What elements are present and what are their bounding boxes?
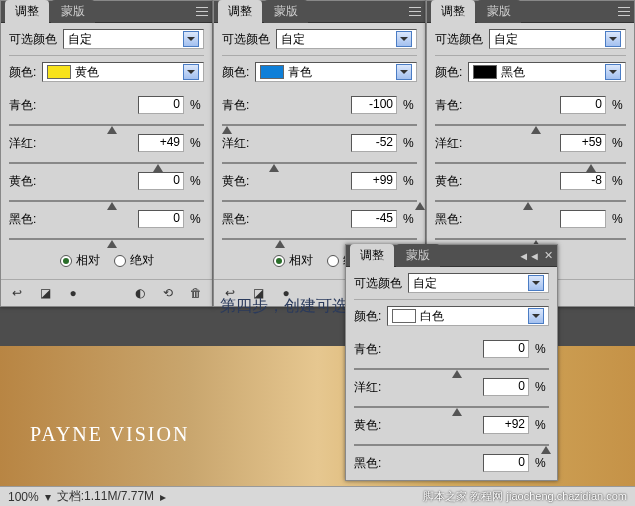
chevron-down-icon[interactable] [528, 275, 544, 291]
cyan-slider[interactable] [354, 360, 549, 378]
yellow-slider[interactable] [354, 436, 549, 454]
cyan-slider[interactable] [435, 116, 626, 134]
chevron-down-icon[interactable] [605, 64, 621, 80]
magenta-input[interactable]: +59 [560, 134, 606, 152]
relative-radio[interactable]: 相对 [60, 252, 100, 269]
magenta-input[interactable]: +49 [138, 134, 184, 152]
yellow-slider[interactable] [222, 192, 417, 210]
panel-menu-icon[interactable] [409, 6, 421, 18]
zoom-level[interactable]: 100% [8, 490, 39, 504]
tab-mask[interactable]: 蒙版 [477, 0, 521, 23]
magenta-label: 洋红: [354, 379, 388, 396]
chevron-right-icon[interactable]: ▸ [160, 490, 166, 504]
magenta-label: 洋红: [9, 135, 43, 152]
panel-menu-icon[interactable] [196, 6, 208, 18]
yellow-input[interactable]: +99 [351, 172, 397, 190]
color-dropdown[interactable]: 黄色 [42, 62, 204, 82]
yellow-slider[interactable] [435, 192, 626, 210]
black-input[interactable]: 0 [138, 210, 184, 228]
black-label: 黑色: [354, 455, 388, 472]
tab-adjust[interactable]: 调整 [431, 0, 475, 23]
preset-dropdown[interactable]: 自定 [276, 29, 417, 49]
panel-menu-icon[interactable] [618, 6, 630, 18]
black-slider[interactable] [9, 230, 204, 248]
color-value: 黄色 [75, 64, 99, 81]
black-label: 黑色: [435, 211, 469, 228]
selective-color-label: 可选颜色 [354, 275, 402, 292]
magenta-input[interactable]: -52 [351, 134, 397, 152]
color-swatch [47, 65, 71, 79]
cyan-slider[interactable] [222, 116, 417, 134]
magenta-input[interactable]: 0 [483, 378, 529, 396]
colors-label: 颜色: [435, 64, 462, 81]
chevron-down-icon[interactable]: ▾ [45, 490, 51, 504]
yellow-label: 黄色: [354, 417, 388, 434]
yellow-input[interactable]: 0 [138, 172, 184, 190]
return-icon[interactable]: ↩ [7, 284, 27, 302]
magenta-slider[interactable] [222, 154, 417, 172]
visibility-icon[interactable]: ● [63, 284, 83, 302]
doc-size: 文档:1.11M/7.77M [57, 488, 154, 505]
tab-mask[interactable]: 蒙版 [396, 244, 440, 267]
yellow-input[interactable]: -8 [560, 172, 606, 190]
magenta-label: 洋红: [435, 135, 469, 152]
color-swatch [392, 309, 416, 323]
chevron-down-icon[interactable] [605, 31, 621, 47]
tab-adjust[interactable]: 调整 [350, 244, 394, 267]
magenta-label: 洋红: [222, 135, 256, 152]
cyan-input[interactable]: -100 [351, 96, 397, 114]
trash-icon[interactable]: 🗑 [186, 284, 206, 302]
magenta-slider[interactable] [9, 154, 204, 172]
yellow-slider[interactable] [9, 192, 204, 210]
color-dropdown[interactable]: 白色 [387, 306, 549, 326]
layer-icon[interactable]: ◪ [35, 284, 55, 302]
yellow-label: 黄色: [435, 173, 469, 190]
chevron-down-icon[interactable] [183, 31, 199, 47]
cyan-label: 青色: [354, 341, 388, 358]
cyan-input[interactable]: 0 [483, 340, 529, 358]
chevron-down-icon[interactable] [528, 308, 544, 324]
magenta-slider[interactable] [354, 398, 549, 416]
selective-color-label: 可选颜色 [9, 31, 57, 48]
color-dropdown[interactable]: 青色 [255, 62, 417, 82]
selective-color-label: 可选颜色 [222, 31, 270, 48]
collapse-icon[interactable]: ◄◄ [518, 250, 540, 262]
yellow-label: 黄色: [9, 173, 43, 190]
color-dropdown[interactable]: 黑色 [468, 62, 626, 82]
tab-adjust[interactable]: 调整 [5, 0, 49, 23]
cyan-slider[interactable] [9, 116, 204, 134]
colors-label: 颜色: [354, 308, 381, 325]
tab-mask[interactable]: 蒙版 [264, 0, 308, 23]
colors-label: 颜色: [222, 64, 249, 81]
preset-dropdown[interactable]: 自定 [489, 29, 626, 49]
panel-footer: ↩ ◪ ● ◐ ⟲ 🗑 [1, 279, 212, 306]
tab-adjust[interactable]: 调整 [218, 0, 262, 23]
black-input[interactable] [560, 210, 606, 228]
tab-mask[interactable]: 蒙版 [51, 0, 95, 23]
black-input[interactable]: 0 [483, 454, 529, 472]
credit-text: 脚本之家 教程网 jiaocheng.chazidian.com [423, 489, 627, 504]
preset-dropdown[interactable]: 自定 [63, 29, 204, 49]
cyan-input[interactable]: 0 [138, 96, 184, 114]
panel-tabs: 调整 蒙版 [427, 1, 634, 23]
chevron-down-icon[interactable] [396, 64, 412, 80]
yellow-input[interactable]: +92 [483, 416, 529, 434]
clip-icon[interactable]: ◐ [130, 284, 150, 302]
reset-icon[interactable]: ⟲ [158, 284, 178, 302]
black-label: 黑色: [9, 211, 43, 228]
panel-window-controls: ◄◄ ✕ [518, 249, 553, 262]
preset-value: 自定 [68, 31, 92, 48]
absolute-radio[interactable]: 绝对 [114, 252, 154, 269]
color-swatch [473, 65, 497, 79]
yellow-label: 黄色: [222, 173, 256, 190]
colors-label: 颜色: [9, 64, 36, 81]
relative-radio[interactable]: 相对 [273, 252, 313, 269]
pct-label: % [190, 98, 204, 112]
chevron-down-icon[interactable] [183, 64, 199, 80]
black-input[interactable]: -45 [351, 210, 397, 228]
magenta-slider[interactable] [435, 154, 626, 172]
preset-dropdown[interactable]: 自定 [408, 273, 549, 293]
close-icon[interactable]: ✕ [544, 249, 553, 262]
chevron-down-icon[interactable] [396, 31, 412, 47]
cyan-input[interactable]: 0 [560, 96, 606, 114]
